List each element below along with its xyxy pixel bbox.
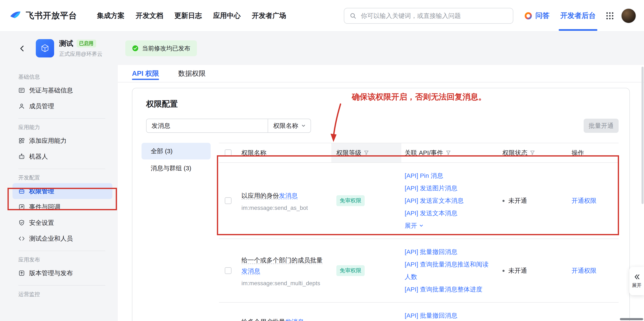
row-checkbox[interactable]: [225, 267, 232, 274]
category-message-group[interactable]: 消息与群组 (3): [142, 160, 211, 176]
permission-name-link[interactable]: 发消息: [279, 192, 298, 200]
expand-apis-link[interactable]: 展开: [405, 220, 493, 232]
developer-console-link[interactable]: 开发者后台: [560, 11, 596, 20]
publish-up-icon: [18, 270, 25, 276]
table-row: 给多个用户批量发消息 [API] 批量撤回消息 [API] 查询批量消息推送和阅…: [219, 303, 618, 321]
permission-search-input[interactable]: [146, 119, 268, 132]
sidebar-item-security[interactable]: 安全设置: [12, 215, 112, 231]
vertical-scrollbar[interactable]: [642, 66, 644, 204]
nav-item-docs[interactable]: 开发文档: [136, 11, 163, 20]
sidebar-item-label: 机器人: [29, 152, 48, 160]
level-badge: 免审权限: [336, 265, 365, 276]
sidebar-item-events[interactable]: 事件与回调: [12, 199, 112, 215]
api-link[interactable]: [API] 批量撤回消息: [405, 309, 493, 321]
expand-panel-button[interactable]: 展开: [630, 267, 644, 295]
nav-item-changelog[interactable]: 更新日志: [174, 11, 202, 20]
table-row: 以应用的身份发消息 im:message:send_as_bot 免审权限 [A…: [219, 163, 618, 239]
sidebar-section-basic: 基础信息: [12, 73, 112, 81]
permission-name-cell: 以应用的身份发消息 im:message:send_as_bot: [236, 190, 331, 211]
enable-permission-link[interactable]: 开通权限: [572, 267, 596, 274]
sidebar-item-label: 事件与回调: [29, 203, 60, 211]
publish-status-text: 当前修改均已发布: [142, 44, 190, 52]
shield-icon: [18, 220, 25, 226]
search-field-select[interactable]: 权限名称: [268, 119, 310, 132]
table-header: 权限名称 权限等级 关联 API/事件: [219, 143, 618, 163]
sidebar-divider: [18, 285, 105, 286]
api-link[interactable]: [API] 发送富文本消息: [405, 194, 493, 207]
brand[interactable]: 飞书开放平台: [9, 9, 77, 22]
tab-api-permissions[interactable]: API 权限: [132, 69, 159, 82]
related-apis-cell: [API] 批量撤回消息 [API] 查询批量消息推送和阅读: [401, 309, 499, 321]
filter-icon[interactable]: [446, 150, 451, 155]
sidebar-item-bot[interactable]: 机器人: [12, 149, 112, 164]
permission-code: im:message:send_as_bot: [242, 204, 325, 211]
double-chevron-left-icon: [634, 274, 640, 280]
permissions-icon: [18, 188, 25, 194]
permission-config-card: 权限配置 权限名称 批量开通: [132, 88, 630, 321]
column-header-action: 操作: [566, 143, 618, 162]
category-all[interactable]: 全部 (3): [142, 143, 211, 160]
sidebar-section-release: 应用发布: [12, 256, 112, 264]
bot-icon: [18, 153, 25, 160]
search-icon: [350, 12, 356, 19]
enable-permission-link[interactable]: 开通权限: [572, 197, 596, 204]
back-button[interactable]: [19, 45, 26, 52]
sidebar-item-credentials[interactable]: 凭证与基础信息: [12, 82, 112, 98]
global-search-input[interactable]: [360, 12, 508, 20]
sidebar-item-add-capability[interactable]: 添加应用能力: [12, 133, 112, 149]
nav-item-app-center[interactable]: 应用中心: [213, 11, 240, 20]
column-header-apis: 关联 API/事件: [401, 143, 499, 162]
credentials-icon: [18, 87, 25, 94]
horizontal-scrollbar[interactable]: [620, 318, 643, 320]
sidebar-divider: [18, 118, 105, 119]
nav-item-integration[interactable]: 集成方案: [97, 11, 124, 20]
sidebar-divider: [18, 168, 105, 169]
sidebar-item-permissions[interactable]: 权限管理: [12, 183, 112, 199]
api-link[interactable]: [API] 发送图片消息: [405, 182, 493, 194]
column-header-status: 权限状态: [499, 143, 566, 162]
status-text: 未开通: [508, 267, 527, 274]
select-all-checkbox[interactable]: [225, 150, 232, 156]
tab-data-permissions[interactable]: 数据权限: [178, 69, 206, 82]
api-link[interactable]: [API] 发送文本消息: [405, 207, 493, 220]
api-link[interactable]: [API] 批量撤回消息: [405, 246, 493, 258]
publish-status-pill: 当前修改均已发布: [125, 40, 197, 56]
sidebar-item-version[interactable]: 版本管理与发布: [12, 265, 112, 281]
sidebar-item-label: 添加应用能力: [29, 137, 66, 145]
sidebar-item-label: 凭证与基础信息: [29, 86, 73, 94]
sidebar-item-label: 安全设置: [29, 219, 54, 227]
qa-link[interactable]: 问答: [524, 11, 550, 20]
api-link[interactable]: [API] 查询批量消息推送和阅读人数: [405, 258, 493, 283]
permission-body: 全部 (3) 消息与群组 (3) 权限名称 权限等级: [142, 143, 618, 321]
sidebar-item-label: 测试企业和人员: [29, 234, 73, 242]
app-meta: 测试 已启用 正式应用@环界云: [59, 39, 102, 58]
toolbar: 权限名称 批量开通: [146, 119, 618, 133]
top-navbar: 飞书开放平台 集成方案 开发文档 更新日志 应用中心 开发者广场: [0, 0, 644, 32]
global-search[interactable]: [344, 8, 513, 24]
batch-enable-button[interactable]: 批量开通: [584, 119, 618, 133]
api-link[interactable]: [API] Pin 消息: [405, 170, 493, 182]
nav-item-dev-square[interactable]: 开发者广场: [252, 11, 286, 20]
sidebar-section-monitoring: 运营监控: [12, 290, 112, 298]
enabled-status-badge: 已启用: [76, 40, 96, 48]
filter-icon[interactable]: [364, 150, 369, 155]
user-avatar[interactable]: [621, 8, 636, 23]
expand-panel-label: 展开: [632, 282, 642, 288]
add-capability-icon: [18, 138, 25, 144]
filter-icon[interactable]: [530, 150, 535, 155]
related-apis-cell: [API] Pin 消息 [API] 发送图片消息 [API] 发送富文本消息 …: [401, 170, 499, 232]
column-header-name: 权限名称: [236, 143, 331, 162]
qa-ring-icon: [524, 12, 532, 20]
permission-name-link[interactable]: 发消息: [285, 318, 304, 321]
api-link[interactable]: [API] 查询批量消息整体进度: [405, 283, 493, 296]
chevron-down-icon: [301, 124, 305, 128]
sidebar-item-test-org[interactable]: 测试企业和人员: [12, 231, 112, 246]
app-name: 测试: [59, 39, 73, 48]
status-text: 未开通: [508, 197, 527, 205]
permission-name-link[interactable]: 发消息: [242, 267, 260, 275]
apps-grid-icon[interactable]: [606, 12, 614, 20]
app-header: 测试 已启用 正式应用@环界云 当前修改均已发布: [0, 32, 644, 65]
row-checkbox[interactable]: [225, 197, 232, 204]
sidebar-item-members[interactable]: 成员管理: [12, 98, 112, 114]
events-callback-icon: [18, 204, 25, 210]
